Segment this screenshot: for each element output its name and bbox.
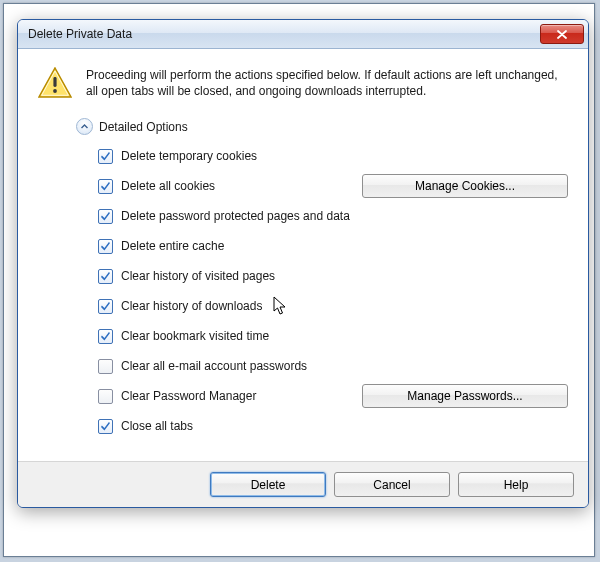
svg-point-3 <box>53 89 57 93</box>
warning-icon <box>38 67 72 102</box>
option-row: Delete entire cache <box>98 231 568 261</box>
manage-cookies-button[interactable]: Manage Cookies... <box>362 174 568 198</box>
dialog-window: Delete Private Data Proceeding will perf… <box>17 19 589 508</box>
option-label[interactable]: Clear bookmark visited time <box>98 329 269 344</box>
option-label[interactable]: Delete all cookies <box>98 179 215 194</box>
option-text: Clear history of visited pages <box>121 269 275 283</box>
option-label[interactable]: Clear Password Manager <box>98 389 256 404</box>
option-row: Close all tabs <box>98 411 568 441</box>
delete-button[interactable]: Delete <box>210 472 326 497</box>
option-row: Clear bookmark visited time <box>98 321 568 351</box>
cancel-button-label: Cancel <box>373 478 410 492</box>
option-label[interactable]: Delete temporary cookies <box>98 149 257 164</box>
option-text: Delete entire cache <box>121 239 224 253</box>
checkbox[interactable] <box>98 179 113 194</box>
side-button-label: Manage Passwords... <box>407 389 522 403</box>
option-text: Clear history of downloads <box>121 299 262 313</box>
dialog-footer: Delete Cancel Help <box>18 461 588 507</box>
option-label[interactable]: Clear history of visited pages <box>98 269 275 284</box>
checkbox[interactable] <box>98 419 113 434</box>
option-label[interactable]: Close all tabs <box>98 419 193 434</box>
close-icon <box>557 30 567 39</box>
option-label[interactable]: Delete entire cache <box>98 239 224 254</box>
checkbox[interactable] <box>98 209 113 224</box>
close-button[interactable] <box>540 24 584 44</box>
window-title: Delete Private Data <box>28 27 540 41</box>
checkbox[interactable] <box>98 359 113 374</box>
options-area: Detailed Options Delete temporary cookie… <box>18 114 588 461</box>
chevron-up-icon <box>76 118 93 135</box>
options-list: Delete temporary cookiesDelete all cooki… <box>98 141 568 441</box>
option-row: Delete temporary cookies <box>98 141 568 171</box>
checkbox[interactable] <box>98 389 113 404</box>
checkbox[interactable] <box>98 299 113 314</box>
option-text: Close all tabs <box>121 419 193 433</box>
option-label[interactable]: Delete password protected pages and data <box>98 209 350 224</box>
side-button-label: Manage Cookies... <box>415 179 515 193</box>
outer-frame: Delete Private Data Proceeding will perf… <box>3 3 595 557</box>
option-row: Delete all cookiesManage Cookies... <box>98 171 568 201</box>
warning-text: Proceeding will perform the actions spec… <box>86 67 568 102</box>
option-text: Clear bookmark visited time <box>121 329 269 343</box>
checkbox[interactable] <box>98 149 113 164</box>
option-row: Clear history of visited pages <box>98 261 568 291</box>
manage-passwords-button[interactable]: Manage Passwords... <box>362 384 568 408</box>
help-button[interactable]: Help <box>458 472 574 497</box>
checkbox[interactable] <box>98 329 113 344</box>
titlebar[interactable]: Delete Private Data <box>18 20 588 49</box>
detailed-options-label: Detailed Options <box>99 120 188 134</box>
option-text: Delete temporary cookies <box>121 149 257 163</box>
help-button-label: Help <box>504 478 529 492</box>
option-label[interactable]: Clear all e-mail account passwords <box>98 359 307 374</box>
detailed-options-toggle[interactable]: Detailed Options <box>76 118 568 135</box>
option-row: Clear Password ManagerManage Passwords..… <box>98 381 568 411</box>
option-row: Clear all e-mail account passwords <box>98 351 568 381</box>
checkbox[interactable] <box>98 269 113 284</box>
option-label[interactable]: Clear history of downloads <box>98 299 262 314</box>
option-row: Delete password protected pages and data <box>98 201 568 231</box>
dialog-body: Proceeding will perform the actions spec… <box>18 49 588 114</box>
option-text: Delete all cookies <box>121 179 215 193</box>
option-text: Clear all e-mail account passwords <box>121 359 307 373</box>
option-text: Delete password protected pages and data <box>121 209 350 223</box>
svg-rect-2 <box>53 77 56 87</box>
option-text: Clear Password Manager <box>121 389 256 403</box>
option-row: Clear history of downloads <box>98 291 568 321</box>
cancel-button[interactable]: Cancel <box>334 472 450 497</box>
delete-button-label: Delete <box>251 478 286 492</box>
checkbox[interactable] <box>98 239 113 254</box>
